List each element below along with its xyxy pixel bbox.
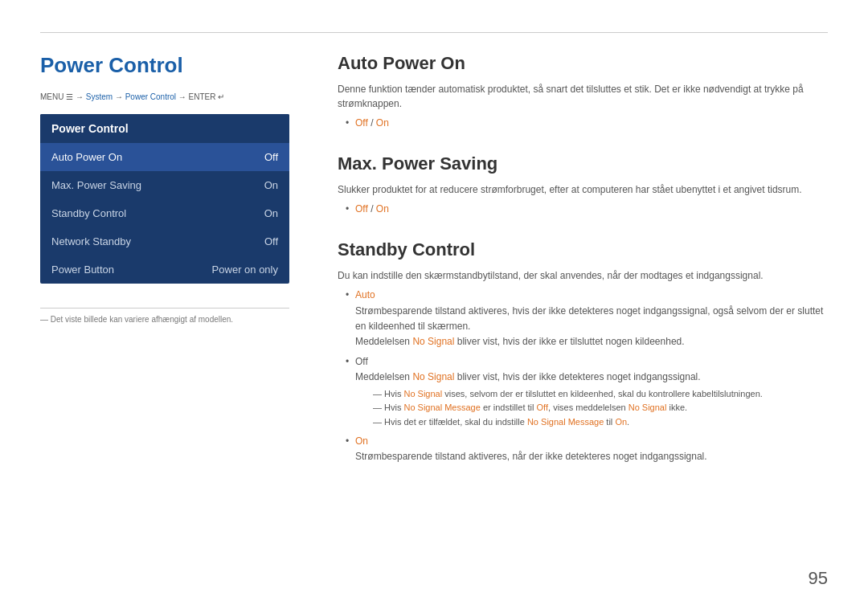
breadcrumb-enter-icon: ↵ [218, 92, 224, 101]
menu-icon: ☰ [66, 92, 73, 101]
sub-bullets-off: Hvis No Signal vises, selvom der er tils… [355, 387, 828, 430]
menu-item-label: Max. Power Saving [51, 179, 141, 191]
option-off-label: Off [355, 356, 368, 367]
right-column: Auto Power On Denne funktion tænder auto… [321, 53, 828, 488]
bullet-list-auto-power-on: Off / On [338, 116, 828, 131]
option-off: Off [355, 203, 368, 215]
breadcrumb-arrow2: → [113, 92, 125, 101]
bullet-item-auto: Auto Strømbesparende tilstand aktiveres,… [346, 288, 828, 349]
option-on: On [376, 203, 389, 215]
section-title-auto-power-on: Auto Power On [338, 53, 828, 74]
bullet-list-max-power-saving: Off / On [338, 202, 828, 217]
page-container: Power Control MENU ☰ → System → Power Co… [0, 0, 868, 613]
sub-bullet-item: Hvis det er tilfældet, skal du indstille… [373, 415, 828, 430]
off-desc: Meddelelsen No Signal bliver vist, hvis … [355, 371, 701, 382]
footnote: ― Det viste billede kan variere afhængig… [40, 308, 289, 324]
breadcrumb-system: System [86, 92, 113, 101]
menu-item-value: On [264, 179, 278, 191]
breadcrumb: MENU ☰ → System → Power Control → ENTER … [40, 92, 289, 101]
menu-item-value: Off [264, 151, 278, 163]
on-desc: Strømbesparende tilstand aktiveres, når … [355, 451, 707, 462]
sub-bullet-item: Hvis No Signal vises, selvom der er tils… [373, 387, 828, 402]
section-title-standby-control: Standby Control [338, 239, 828, 260]
section-auto-power-on: Auto Power On Denne funktion tænder auto… [338, 53, 828, 131]
section-desc-standby-control: Du kan indstille den skærmstandbytilstan… [338, 268, 828, 283]
top-divider [40, 32, 828, 33]
auto-desc2: Meddelelsen No Signal bliver vist, hvis … [355, 336, 685, 347]
bullet-list-standby-control: Auto Strømbesparende tilstand aktiveres,… [338, 288, 828, 464]
bullet-item-off: Off Meddelelsen No Signal bliver vist, h… [346, 354, 828, 429]
page-title: Power Control [40, 53, 289, 78]
footnote-text: ― Det viste billede kan variere afhængig… [40, 315, 233, 324]
option-off: Off [355, 117, 368, 129]
section-standby-control: Standby Control Du kan indstille den skæ… [338, 239, 828, 464]
bullet-item: Off / On [346, 116, 828, 131]
menu-item-value: Power on only [212, 264, 278, 276]
section-title-max-power-saving: Max. Power Saving [338, 153, 828, 174]
content-layout: Power Control MENU ☰ → System → Power Co… [40, 53, 828, 488]
bullet-item: Off / On [346, 202, 828, 217]
menu-item-network-standby[interactable]: Network Standby Off [40, 227, 289, 255]
menu-item-max-power-saving[interactable]: Max. Power Saving On [40, 171, 289, 199]
menu-header: Power Control [40, 114, 289, 143]
left-column: Power Control MENU ☰ → System → Power Co… [40, 53, 289, 488]
breadcrumb-power-control: Power Control [125, 92, 176, 101]
option-on-label: On [355, 435, 368, 447]
menu-item-label: Power Button [51, 264, 114, 276]
page-number: 95 [809, 568, 828, 589]
section-max-power-saving: Max. Power Saving Slukker produktet for … [338, 153, 828, 217]
option-on: On [376, 117, 389, 129]
section-desc-max-power-saving: Slukker produktet for at reducere strømf… [338, 182, 828, 197]
menu-box: Power Control Auto Power On Off Max. Pow… [40, 114, 289, 284]
menu-item-standby-control[interactable]: Standby Control On [40, 199, 289, 227]
breadcrumb-prefix: MENU [40, 92, 66, 101]
menu-item-value: On [264, 207, 278, 219]
menu-item-label: Auto Power On [51, 151, 122, 163]
auto-desc1: Strømbesparende tilstand aktiveres, hvis… [355, 305, 823, 332]
menu-item-value: Off [264, 235, 278, 247]
breadcrumb-arrow3: → ENTER [176, 92, 218, 101]
menu-item-auto-power-on[interactable]: Auto Power On Off [40, 143, 289, 171]
breadcrumb-arrow1: → [73, 92, 86, 101]
section-desc-auto-power-on: Denne funktion tænder automatisk produkt… [338, 82, 828, 111]
menu-item-power-button[interactable]: Power Button Power on only [40, 255, 289, 284]
menu-item-label: Standby Control [51, 207, 126, 219]
bullet-item-on: On Strømbesparende tilstand aktiveres, n… [346, 434, 828, 464]
sub-bullet-item: Hvis No Signal Message er indstillet til… [373, 401, 828, 415]
menu-item-label: Network Standby [51, 235, 131, 247]
option-auto: Auto [355, 289, 375, 300]
